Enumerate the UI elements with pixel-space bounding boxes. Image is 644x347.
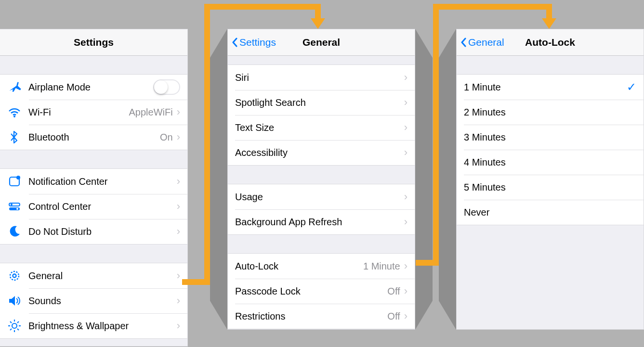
svg-point-0 xyxy=(13,116,15,117)
notification-icon xyxy=(7,174,28,189)
airplane-icon xyxy=(7,80,28,94)
row-label: Restrictions xyxy=(235,311,285,322)
chevron-right-icon: › xyxy=(404,122,407,133)
chevron-right-icon: › xyxy=(404,311,407,321)
group-spacer xyxy=(0,150,187,168)
chevron-right-icon: › xyxy=(404,286,407,296)
svg-point-4 xyxy=(11,204,13,206)
bluetooth-icon xyxy=(7,130,28,144)
chevron-right-icon: › xyxy=(404,97,407,108)
group-spacer xyxy=(0,56,187,74)
row-airplane-mode[interactable]: Airplane Mode xyxy=(0,75,187,100)
svg-line-14 xyxy=(10,321,12,323)
row-general[interactable]: General › xyxy=(0,263,187,288)
chevron-right-icon: › xyxy=(404,72,407,83)
brightness-icon xyxy=(7,319,28,333)
flow-arrow-1 xyxy=(178,0,332,298)
group-notifications: Notification Center › Control Center › xyxy=(0,168,187,244)
svg-line-16 xyxy=(17,321,19,323)
svg-point-7 xyxy=(10,271,19,280)
svg-line-15 xyxy=(17,329,19,330)
svg-point-2 xyxy=(16,176,20,180)
row-wifi[interactable]: Wi-Fi AppleWiFi › xyxy=(0,100,187,125)
airplane-toggle[interactable] xyxy=(153,79,180,95)
row-sounds[interactable]: Sounds › xyxy=(0,288,187,313)
group-spacer xyxy=(0,244,187,263)
group-general: General › Sounds › Brightness & Wal xyxy=(0,263,187,339)
row-detail: 1 Minute xyxy=(363,261,400,272)
control-center-icon xyxy=(7,199,28,214)
row-label: Wi-Fi xyxy=(28,107,51,118)
moon-icon xyxy=(7,224,28,239)
svg-marker-22 xyxy=(542,18,556,29)
navbar: Settings xyxy=(0,29,187,56)
group-connectivity: Airplane Mode Wi-Fi AppleWiFi › Bluet xyxy=(0,74,187,150)
row-detail: AppleWiFi xyxy=(129,107,173,118)
svg-point-9 xyxy=(12,323,17,328)
svg-marker-21 xyxy=(311,18,325,29)
row-label: Do Not Disturb xyxy=(28,226,92,237)
nav-title: Settings xyxy=(74,37,114,48)
chevron-right-icon: › xyxy=(404,217,407,227)
row-label: Sounds xyxy=(28,296,61,307)
chevron-right-icon: › xyxy=(404,192,407,202)
flow-arrow-2 xyxy=(412,0,561,279)
row-label: Bluetooth xyxy=(28,132,69,143)
row-detail: On xyxy=(160,132,173,143)
row-notification-center[interactable]: Notification Center › xyxy=(0,169,187,194)
row-detail: Off xyxy=(387,311,400,322)
wifi-icon xyxy=(7,105,28,119)
row-label: Notification Center xyxy=(28,176,108,187)
row-label: Brightness & Wallpaper xyxy=(28,321,129,332)
svg-line-17 xyxy=(10,329,12,330)
row-brightness[interactable]: Brightness & Wallpaper › xyxy=(0,313,187,338)
chevron-right-icon: › xyxy=(404,261,407,271)
checkmark-icon: ✓ xyxy=(627,80,636,94)
speaker-icon xyxy=(7,294,28,308)
settings-panel: Settings Airplane Mode Wi-Fi AppleWiFi xyxy=(0,29,188,347)
row-bluetooth[interactable]: Bluetooth On › xyxy=(0,125,187,150)
gear-icon xyxy=(7,269,28,283)
row-detail: Off xyxy=(387,286,400,297)
row-dnd[interactable]: Do Not Disturb › xyxy=(0,219,187,244)
row-label: General xyxy=(28,270,63,282)
row-label: Control Center xyxy=(28,201,91,212)
row-restrictions[interactable]: Restrictions Off› xyxy=(228,304,415,329)
row-label: Airplane Mode xyxy=(28,82,91,93)
chevron-right-icon: › xyxy=(404,147,407,158)
chevron-right-icon: › xyxy=(177,321,180,331)
svg-point-6 xyxy=(16,208,18,210)
svg-point-8 xyxy=(13,274,16,278)
row-control-center[interactable]: Control Center › xyxy=(0,194,187,219)
stage: Settings Airplane Mode Wi-Fi AppleWiFi xyxy=(0,0,644,347)
